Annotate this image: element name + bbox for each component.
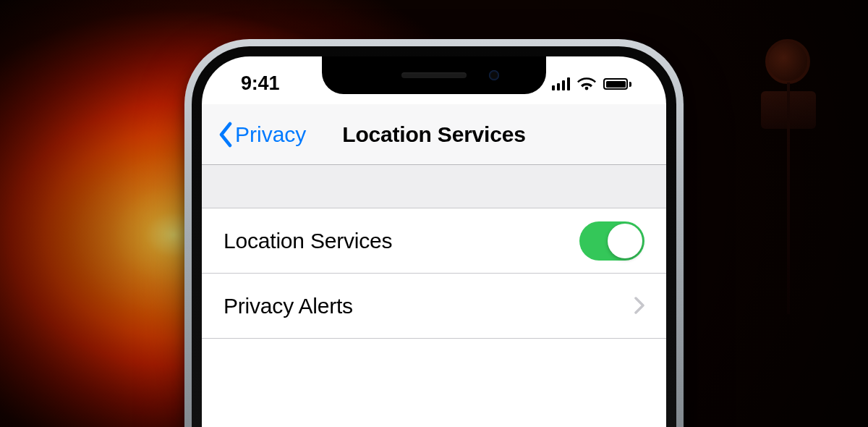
chevron-left-icon [218,122,234,148]
status-time: 9:41 [241,72,279,95]
speaker-grill [401,72,467,78]
page-title: Location Services [342,122,525,147]
row-location-services[interactable]: Location Services [202,208,666,274]
row-label: Privacy Alerts [224,294,353,318]
back-button[interactable]: Privacy [213,104,310,164]
location-services-toggle[interactable] [579,221,644,261]
cellular-signal-icon [552,77,571,90]
nav-header: Privacy Location Services [202,104,666,165]
wifi-icon [577,77,596,91]
section-gap [202,165,666,208]
chevron-right-icon [634,292,644,320]
front-camera [489,70,499,80]
phone-device: 9:41 [184,39,684,427]
back-label: Privacy [235,122,306,147]
row-privacy-alerts[interactable]: Privacy Alerts [202,274,666,339]
phone-screen: 9:41 [202,56,666,427]
toggle-knob [608,224,642,258]
phone-notch [322,56,546,94]
settings-list: Location Services Privacy Alerts [202,208,666,339]
battery-icon [603,78,631,90]
row-label: Location Services [224,229,392,253]
